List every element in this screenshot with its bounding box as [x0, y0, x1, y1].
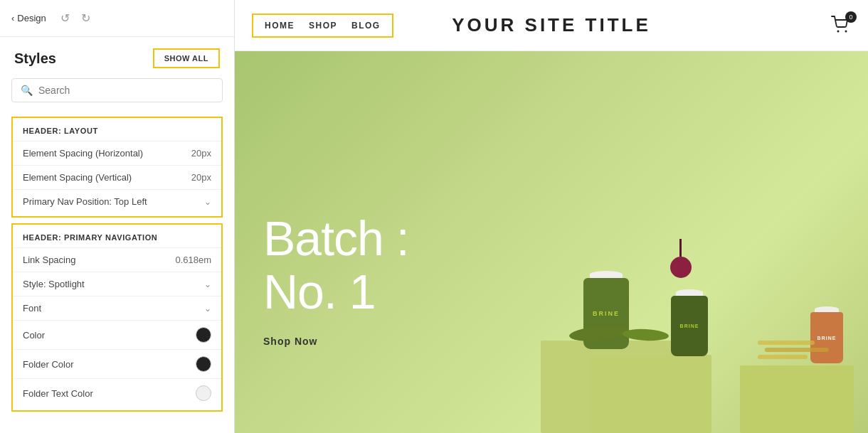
platform-center: [591, 355, 711, 433]
hero-headline-line2: No. 1: [263, 265, 409, 319]
setting-label: Folder Text Color: [23, 388, 93, 399]
chevron-down-icon: ⌄: [204, 304, 211, 314]
setting-label: Color: [23, 330, 45, 341]
redo-button[interactable]: ↻: [78, 10, 93, 26]
back-label: Design: [17, 13, 46, 23]
setting-label: Primary Nav Position: Top Left: [23, 196, 147, 207]
setting-link-spacing: Link Spacing 0.618em: [13, 247, 221, 272]
setting-color: Color: [13, 320, 221, 349]
setting-label: Element Spacing (Horizontal): [23, 148, 143, 159]
setting-style[interactable]: Style: Spotlight ⌄: [13, 272, 221, 296]
hero-headline-line1: Batch :: [263, 212, 409, 265]
shop-now-button[interactable]: Shop Now: [263, 336, 317, 347]
sections-container: HEADER: LAYOUT Element Spacing (Horizont…: [0, 111, 234, 433]
chevron-down-icon: ⌄: [204, 279, 211, 289]
svg-point-0: [837, 30, 840, 32]
color-swatch-folder-white[interactable]: [196, 385, 211, 401]
platform-right: [740, 365, 854, 433]
beet: [670, 239, 692, 278]
setting-value: 20px: [191, 148, 211, 159]
header-nav-section: HEADER: PRIMARY NAVIGATION Link Spacing …: [11, 223, 223, 412]
setting-label: Folder Color: [23, 359, 74, 370]
nav-wrapper: HOME SHOP BLOG: [252, 14, 393, 38]
hero-text: Batch : No. 1 Shop Now: [263, 212, 409, 348]
site-title: YOUR SITE TITLE: [452, 14, 651, 36]
back-button[interactable]: ‹ Design: [11, 13, 46, 23]
svg-point-1: [845, 30, 847, 32]
header-nav-heading: HEADER: PRIMARY NAVIGATION: [13, 233, 221, 247]
sticks: [758, 341, 850, 362]
header-layout-section: HEADER: LAYOUT Element Spacing (Horizont…: [11, 117, 223, 218]
left-panel: ‹ Design ↺ ↻ Styles SHOW ALL 🔍 HEADER: L…: [0, 0, 235, 433]
setting-label: Link Spacing: [23, 255, 75, 265]
styles-title: Styles: [14, 50, 56, 67]
setting-folder-color: Folder Color: [13, 349, 221, 378]
nav-item-blog[interactable]: BLOG: [351, 21, 381, 31]
setting-label: Style: Spotlight: [23, 279, 85, 289]
cart-badge: 0: [845, 11, 857, 23]
search-box: 🔍: [11, 78, 223, 102]
setting-folder-text-color: Folder Text Color: [13, 378, 221, 407]
setting-value: 20px: [191, 172, 211, 183]
setting-label: Font: [23, 303, 41, 314]
hero-section: BRINE BRINE BRINE Batch : No. 1: [235, 51, 868, 433]
undo-button[interactable]: ↺: [58, 10, 73, 26]
site-header: HOME SHOP BLOG YOUR SITE TITLE 0: [235, 0, 868, 51]
header-layout-heading: HEADER: LAYOUT: [13, 127, 221, 141]
right-panel: HOME SHOP BLOG YOUR SITE TITLE 0 BRINE: [235, 0, 868, 433]
setting-label: Element Spacing (Vertical): [23, 172, 132, 183]
search-icon: 🔍: [21, 85, 33, 96]
nav-item-home[interactable]: HOME: [265, 21, 295, 31]
undo-redo-controls: ↺ ↻: [58, 10, 93, 26]
show-all-button[interactable]: SHOW ALL: [153, 48, 220, 68]
color-swatch-folder-black[interactable]: [196, 356, 211, 372]
chevron-left-icon: ‹: [11, 13, 14, 23]
setting-font[interactable]: Font ⌄: [13, 296, 221, 320]
setting-nav-position[interactable]: Primary Nav Position: Top Left ⌄: [13, 189, 221, 213]
chevron-down-icon: ⌄: [204, 197, 211, 207]
color-swatch-black[interactable]: [196, 327, 211, 343]
search-input[interactable]: [38, 85, 213, 96]
top-bar: ‹ Design ↺ ↻: [0, 0, 234, 37]
setting-value: 0.618em: [175, 255, 211, 265]
jar-top-right: BRINE: [671, 289, 708, 356]
nav-item-shop[interactable]: SHOP: [309, 21, 337, 31]
cart-icon[interactable]: 0: [831, 16, 851, 36]
setting-element-spacing-v: Element Spacing (Vertical) 20px: [13, 165, 221, 189]
styles-header: Styles SHOW ALL: [0, 37, 234, 75]
setting-element-spacing-h: Element Spacing (Horizontal) 20px: [13, 141, 221, 165]
